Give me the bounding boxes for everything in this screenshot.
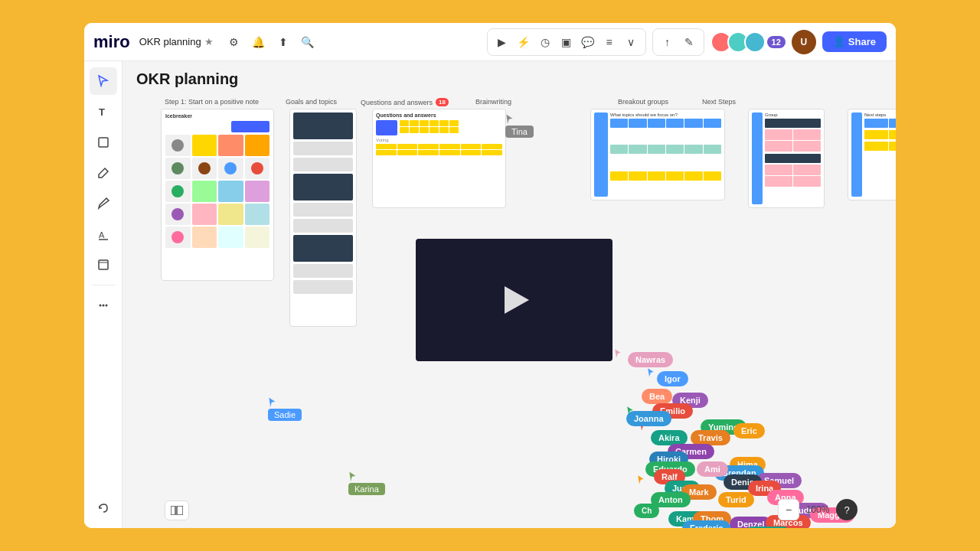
share-icon: 👤 [833,36,845,47]
star-icon[interactable]: ★ [204,36,214,47]
goals-row-1 [293,142,353,155]
bubble-akira: Akira [651,430,688,445]
tool-pen[interactable] [90,159,117,187]
search-icon[interactable]: 🔍 [299,34,316,51]
top-bar: miro OKR planning ★ ⚙ 🔔 ⬆ 🔍 ▶ ⚡ ◷ ▣ 💬 ≡ … [84,23,896,61]
sadie-cursor: Sadie [268,396,302,421]
section-label-nextsteps: Next Steps [702,98,896,106]
bubble-joanna: Joanna [626,411,671,426]
panel-toggle-button[interactable] [165,500,189,520]
goals-dark-2 [293,235,353,262]
svg-rect-1 [99,138,108,147]
select-icon[interactable]: ▶ [494,34,511,51]
timer-icon[interactable]: ◷ [537,34,554,51]
icebreaker-label: Icebreaker [165,113,270,119]
nextsteps-blue-col [851,112,862,197]
qa-board[interactable]: Questions and answers [372,109,506,208]
goals-row-2 [293,158,353,171]
pen-icon[interactable]: ✎ [681,34,697,51]
top-bar-right: ▶ ⚡ ◷ ▣ 💬 ≡ ∨ ↑ ✎ 12 U 👤 Share [487,28,887,56]
section-label-goals: Goals and topics [286,98,353,106]
app-window: miro OKR planning ★ ⚙ 🔔 ⬆ 🔍 ▶ ⚡ ◷ ▣ 💬 ≡ … [84,23,896,528]
svg-rect-4 [99,260,108,269]
nextsteps-board[interactable]: Next steps [848,109,896,201]
section-label-icebreaker: Step 1: Start on a positive note [165,98,278,106]
zoom-out-button[interactable]: − [778,499,799,520]
tool-pencil[interactable] [90,190,117,217]
left-sidebar: T A [84,61,122,528]
chat-icon[interactable]: 💬 [580,34,596,51]
bubble-travis: Travis [691,430,730,445]
upload-icon[interactable]: ⬆ [275,34,292,51]
section-label-qa: Questions and answers 18 [361,98,468,106]
tool-select[interactable] [90,67,117,95]
bubble-igor: Igor [657,371,688,386]
screen-icon[interactable]: ▣ [558,34,575,51]
bubble-andrew: Andrew [745,527,791,528]
icebreaker-header-rect [231,121,270,132]
share-button[interactable]: 👤 Share [822,31,887,52]
brainwriting-board[interactable]: What topics should we focus on? [590,109,725,201]
goals-row-5 [293,264,353,278]
tool-undo[interactable] [90,494,117,522]
menu-icon[interactable]: ≡ [601,34,618,51]
avatar-count[interactable]: 12 [767,36,786,48]
breakout-board[interactable]: Group [748,109,825,208]
canvas[interactable]: OKR planning Step 1: Start on a positive… [122,61,896,528]
svg-rect-10 [177,506,183,515]
goals-header [293,112,353,139]
video-player[interactable] [416,239,612,361]
settings-icon[interactable]: ⚙ [226,34,243,51]
section-label-brainwriting: Brainwriting [475,98,610,106]
karina-label: Karina [348,483,385,495]
lightning-icon[interactable]: ⚡ [515,34,532,51]
current-user-avatar: U [792,30,816,54]
tool-more[interactable] [90,292,117,319]
tool-text[interactable]: T [90,98,117,126]
notifications-icon[interactable]: 🔔 [250,34,267,51]
svg-rect-9 [171,506,175,515]
svg-point-8 [105,305,107,307]
cursor2-icon[interactable]: ↑ [659,34,676,51]
bubble-frederic: Frederic [682,520,730,528]
qa-notification-badge: 18 [436,98,449,106]
sidebar-divider [92,285,115,285]
zoom-controls: − 100% ? [778,499,858,520]
share-label: Share [848,36,876,47]
nextsteps-label: Next steps [864,112,896,117]
board-title-area: OKR planning ★ [139,36,214,47]
tool-text2[interactable]: A [90,220,117,248]
breakout-blue-col [752,112,763,204]
bottom-bar [165,500,189,520]
tool-sticky[interactable] [90,129,117,156]
group-label: Group [765,112,821,117]
svg-text:A: A [99,230,105,240]
zoom-level: 100% [802,504,833,515]
bubble-ami: Ami [697,461,728,477]
goals-row-4 [293,219,353,233]
svg-text:T: T [99,106,105,118]
tina-label: Tina [505,126,534,138]
karina-cursor: Karina [348,471,385,495]
bubble-eric: Eric [733,423,765,439]
canvas-board-name: OKR planning [136,70,238,88]
breakout-header [765,119,821,128]
toolbar-group-1: ▶ ⚡ ◷ ▣ 💬 ≡ ∨ [487,28,646,56]
help-button[interactable]: ? [836,499,858,520]
play-button-icon[interactable] [505,286,529,314]
bubble-nawras: Nawras [628,352,673,367]
board-title-text: OKR planning [139,36,201,47]
bubble-ch: Ch [634,504,659,518]
section-label-breakout: Breakout groups [618,98,694,106]
sadie-label: Sadie [268,409,302,421]
chevron-down-icon[interactable]: ∨ [622,34,639,51]
toolbar-group-2: ↑ ✎ [652,28,704,56]
brain-q-label: What topics should we focus on? [610,112,721,117]
miro-logo: miro [93,32,130,52]
goals-row-6 [293,280,353,294]
avatar-3 [744,31,766,53]
icebreaker-board[interactable]: Icebreaker [161,109,274,281]
svg-point-7 [102,305,104,307]
tool-frame[interactable] [90,251,117,279]
goals-board[interactable] [289,109,357,327]
